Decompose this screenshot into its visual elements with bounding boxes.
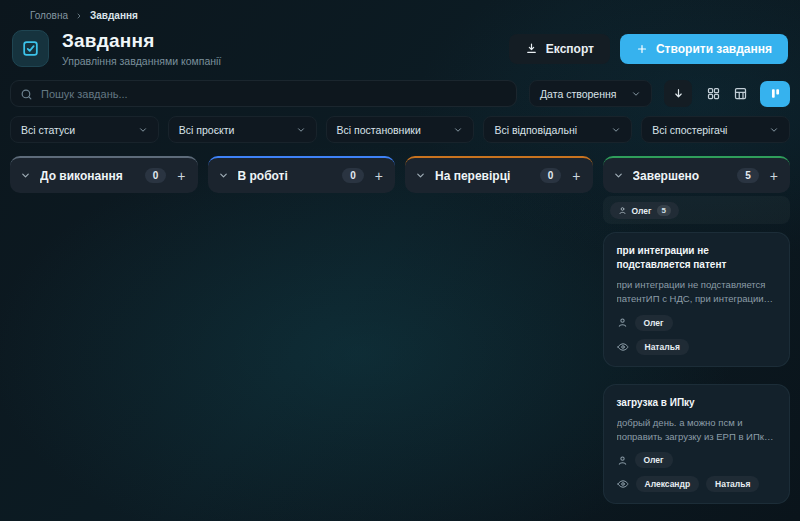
- chevron-right-icon: [75, 12, 83, 20]
- table-icon: [733, 86, 748, 101]
- cards-list: при интеграции не подставляется патент п…: [603, 232, 791, 521]
- column-header-review[interactable]: На перевірці 0 +: [405, 156, 593, 193]
- watcher-pill[interactable]: Наталья: [706, 476, 759, 492]
- sort-direction-button[interactable]: [664, 80, 692, 107]
- add-task-button[interactable]: +: [570, 169, 582, 183]
- search-input[interactable]: [10, 80, 517, 107]
- column-count-badge: 0: [342, 168, 364, 183]
- cards-view-button[interactable]: [706, 86, 721, 101]
- chevron-down-icon[interactable]: [415, 170, 426, 181]
- download-icon: [525, 42, 538, 55]
- page-header: Завдання Управління завданнями компанії …: [8, 30, 792, 67]
- chevron-down-icon[interactable]: [20, 170, 31, 181]
- chevron-down-icon: [611, 125, 621, 135]
- eye-icon: [617, 341, 629, 353]
- column-count-badge: 0: [540, 168, 562, 183]
- add-task-button[interactable]: +: [373, 169, 385, 183]
- toolbar: Дата створення: [8, 80, 792, 107]
- eye-icon: [617, 478, 629, 490]
- create-task-button[interactable]: Створити завдання: [620, 34, 788, 64]
- column-label: До виконання: [40, 169, 136, 183]
- task-card[interactable]: загрузка в ИПку добрый день. а можно псм…: [603, 384, 791, 505]
- arrow-down-icon: [672, 87, 685, 100]
- filter-creators[interactable]: Всі постановники: [326, 116, 475, 143]
- watcher-pill[interactable]: Наталья: [636, 339, 689, 355]
- filter-projects-value: Всі проєкти: [179, 124, 235, 136]
- add-task-button[interactable]: +: [175, 169, 187, 183]
- group-strip: Олег 5: [603, 196, 791, 224]
- person-icon: [617, 317, 628, 328]
- breadcrumb-home[interactable]: Головна: [30, 10, 68, 21]
- page-subtitle: Управління завданнями компанії: [62, 55, 221, 67]
- sort-field-select[interactable]: Дата створення: [529, 80, 652, 107]
- column-label: Завершено: [633, 169, 729, 183]
- group-assignee-tag[interactable]: Олег 5: [610, 202, 680, 219]
- filter-statuses-value: Всі статуси: [21, 124, 75, 136]
- column-header-todo[interactable]: До виконання 0 +: [10, 156, 198, 193]
- group-count-badge: 5: [657, 205, 671, 216]
- export-button-label: Експорт: [546, 42, 594, 56]
- group-assignee-name: Олег: [632, 206, 652, 216]
- filter-assignees-value: Всі відповідальні: [494, 124, 577, 136]
- assignee-row: Олег: [617, 315, 777, 331]
- search-wrap: [10, 80, 517, 107]
- filters-row: Всі статуси Всі проєкти Всі постановники…: [8, 116, 792, 143]
- search-icon: [20, 87, 33, 105]
- chevron-down-icon: [631, 89, 641, 99]
- kanban-view-button[interactable]: [760, 81, 790, 107]
- task-description: добрый день. а можно псм и поправить заг…: [617, 416, 777, 445]
- column-count-badge: 0: [145, 168, 167, 183]
- grid-icon: [706, 86, 721, 101]
- task-description: при интеграции не подставляется патентИП…: [617, 278, 777, 307]
- export-button[interactable]: Експорт: [509, 34, 610, 64]
- watcher-pill[interactable]: Александр: [636, 476, 700, 492]
- breadcrumb: Головна Завдання: [30, 10, 792, 21]
- chevron-down-icon: [296, 125, 306, 135]
- plus-icon: [636, 43, 648, 55]
- tasks-check-square-icon: [12, 30, 49, 67]
- breadcrumb-current: Завдання: [90, 10, 138, 21]
- column-header-done[interactable]: Завершено 5 +: [603, 156, 791, 193]
- kanban-column-done: Завершено 5 + Олег 5 при интеграции не: [603, 156, 791, 521]
- kanban-icon: [769, 87, 782, 100]
- column-label: На перевірці: [435, 169, 531, 183]
- chevron-down-icon: [138, 125, 148, 135]
- filter-statuses[interactable]: Всі статуси: [10, 116, 159, 143]
- column-count-badge: 5: [737, 168, 759, 183]
- table-view-button[interactable]: [733, 86, 748, 101]
- filter-assignees[interactable]: Всі відповідальні: [483, 116, 632, 143]
- filter-watchers[interactable]: Всі спостерігачі: [641, 116, 790, 143]
- assignee-pill[interactable]: Олег: [635, 452, 673, 468]
- task-title: при интеграции не подставляется патент: [617, 244, 777, 272]
- kanban-column-review: На перевірці 0 +: [405, 156, 593, 193]
- chevron-down-icon: [453, 125, 463, 135]
- kanban-column-in-progress: В роботі 0 +: [208, 156, 396, 193]
- watchers-row: Наталья: [617, 339, 777, 355]
- create-task-button-label: Створити завдання: [656, 42, 772, 56]
- kanban-board: До виконання 0 + В роботі 0 + На перевір…: [8, 156, 792, 521]
- filter-creators-value: Всі постановники: [337, 124, 421, 136]
- person-icon: [617, 455, 628, 466]
- chevron-down-icon[interactable]: [613, 170, 624, 181]
- watchers-row: Александр Наталья: [617, 476, 777, 492]
- filter-watchers-value: Всі спостерігачі: [652, 124, 727, 136]
- chevron-down-icon: [769, 125, 779, 135]
- sort-field-value: Дата створення: [540, 88, 617, 100]
- column-header-in-progress[interactable]: В роботі 0 +: [208, 156, 396, 193]
- tasks-page: Головна Завдання Завдання Управління зав…: [0, 0, 800, 521]
- column-label: В роботі: [238, 169, 334, 183]
- assignee-row: Олег: [617, 452, 777, 468]
- person-icon: [618, 206, 627, 215]
- kanban-column-todo: До виконання 0 +: [10, 156, 198, 193]
- task-card[interactable]: при интеграции не подставляется патент п…: [603, 232, 791, 367]
- filter-projects[interactable]: Всі проєкти: [168, 116, 317, 143]
- page-title: Завдання: [62, 30, 221, 52]
- chevron-down-icon[interactable]: [218, 170, 229, 181]
- add-task-button[interactable]: +: [768, 169, 780, 183]
- task-title: загрузка в ИПку: [617, 396, 777, 410]
- assignee-pill[interactable]: Олег: [635, 315, 673, 331]
- view-toggle-group: [706, 81, 790, 107]
